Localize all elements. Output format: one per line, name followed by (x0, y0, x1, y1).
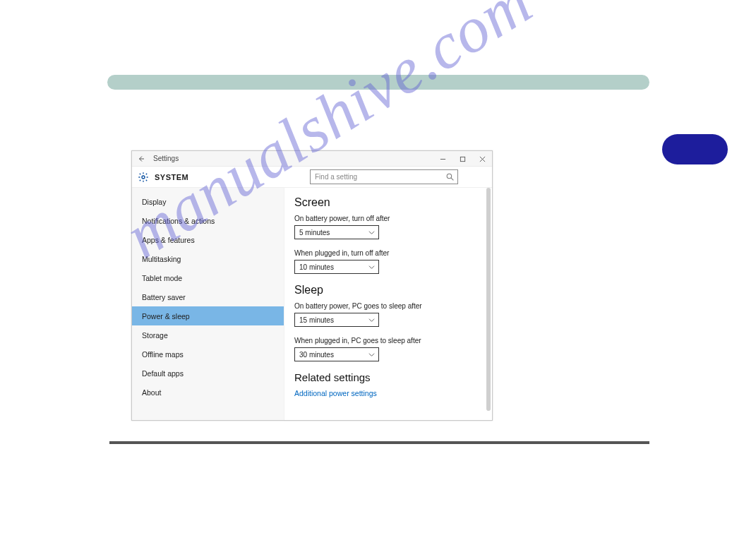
arrow-left-icon (137, 155, 145, 163)
sleep-battery-label: On battery power, PC goes to sleep after (294, 302, 482, 310)
chevron-down-icon (368, 229, 375, 236)
system-header-row: SYSTEM (132, 167, 492, 188)
close-icon (479, 156, 486, 162)
sidebar-item-tablet-mode[interactable]: Tablet mode (132, 268, 284, 287)
dropdown-value: 5 minutes (299, 229, 330, 236)
minimize-icon (440, 156, 446, 162)
sidebar-item-battery-saver[interactable]: Battery saver (132, 287, 284, 306)
sleep-battery-dropdown[interactable]: 15 minutes (294, 313, 379, 327)
chevron-down-icon (368, 264, 375, 270)
sidebar-item-display[interactable]: Display (132, 192, 284, 211)
banner-bar (107, 75, 649, 90)
screen-plugged-label: When plugged in, turn off after (294, 249, 482, 257)
search-wrap (310, 169, 458, 184)
scrollbar[interactable] (486, 188, 491, 411)
content-area: Screen On battery power, turn off after … (284, 188, 492, 420)
search-icon (445, 172, 455, 181)
screen-plugged-dropdown[interactable]: 10 minutes (294, 260, 379, 274)
screen-battery-dropdown[interactable]: 5 minutes (294, 225, 379, 239)
additional-power-settings-link[interactable]: Additional power settings (294, 389, 377, 397)
sidebar-item-about[interactable]: About (132, 383, 284, 402)
sleep-heading: Sleep (294, 284, 482, 297)
sidebar: DisplayNotifications & actionsApps & fea… (132, 188, 284, 420)
minimize-button[interactable] (433, 151, 452, 167)
titlebar: Settings (132, 151, 492, 167)
sleep-plugged-dropdown[interactable]: 30 minutes (294, 347, 379, 361)
sidebar-item-notifications-actions[interactable]: Notifications & actions (132, 211, 284, 230)
system-label: SYSTEM (155, 173, 188, 181)
body-wrap: DisplayNotifications & actionsApps & fea… (132, 188, 492, 420)
window-controls (433, 151, 492, 167)
sidebar-item-storage[interactable]: Storage (132, 325, 284, 345)
sleep-plugged-label: When plugged in, PC goes to sleep after (294, 337, 482, 345)
maximize-button[interactable] (452, 151, 472, 167)
window-title: Settings (153, 155, 179, 162)
blue-pill (662, 134, 728, 164)
svg-point-4 (142, 176, 145, 179)
related-heading: Related settings (294, 371, 482, 383)
settings-window: Settings SYSTEM Disp (131, 150, 493, 421)
svg-line-6 (451, 178, 453, 180)
screen-heading: Screen (294, 196, 482, 209)
dropdown-value: 15 minutes (299, 316, 334, 324)
back-button[interactable] (132, 151, 150, 167)
sidebar-item-power-sleep[interactable]: Power & sleep (132, 306, 284, 325)
search-input[interactable] (311, 170, 457, 184)
close-button[interactable] (472, 151, 492, 167)
screen-battery-label: On battery power, turn off after (294, 215, 482, 222)
svg-point-5 (447, 174, 452, 179)
chevron-down-icon (368, 317, 375, 323)
sidebar-item-apps-features[interactable]: Apps & features (132, 230, 284, 249)
sidebar-item-offline-maps[interactable]: Offline maps (132, 345, 284, 364)
svg-rect-1 (460, 157, 464, 161)
dropdown-value: 10 minutes (299, 263, 334, 271)
gear-icon (138, 172, 149, 183)
dropdown-value: 30 minutes (299, 351, 334, 359)
maximize-icon (460, 156, 466, 162)
sidebar-item-multitasking[interactable]: Multitasking (132, 249, 284, 268)
chevron-down-icon (368, 352, 375, 358)
sidebar-item-default-apps[interactable]: Default apps (132, 364, 284, 383)
divider-bar (109, 441, 649, 444)
